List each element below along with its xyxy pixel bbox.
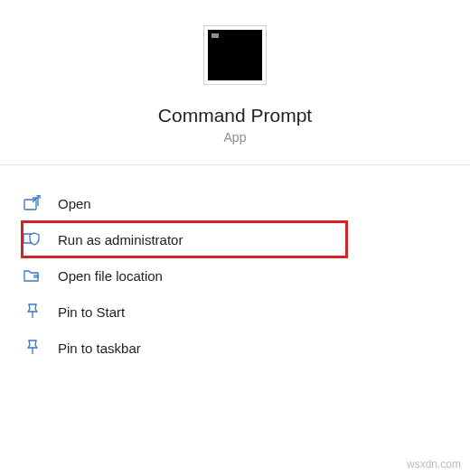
cmd-prompt-icon bbox=[203, 25, 267, 85]
pin-to-taskbar-label: Pin to taskbar bbox=[58, 341, 141, 356]
open-action[interactable]: Open bbox=[24, 185, 452, 221]
open-file-location-action[interactable]: Open file location bbox=[24, 257, 452, 294]
pin-to-start-action[interactable]: Pin to Start bbox=[24, 294, 452, 330]
actions-list: Open Run as administrator Open file loca… bbox=[0, 165, 470, 366]
open-label: Open bbox=[58, 196, 91, 211]
folder-icon bbox=[24, 267, 42, 284]
open-file-location-label: Open file location bbox=[58, 268, 163, 284]
open-icon bbox=[24, 195, 42, 211]
app-header: Command Prompt App bbox=[0, 0, 470, 164]
watermark: wsxdn.com bbox=[407, 458, 461, 471]
pin-to-start-label: Pin to Start bbox=[58, 304, 125, 320]
run-as-administrator-label: Run as administrator bbox=[58, 232, 183, 247]
pin-taskbar-icon bbox=[24, 340, 42, 356]
pin-to-taskbar-action[interactable]: Pin to taskbar bbox=[24, 330, 452, 366]
app-type-label: App bbox=[224, 130, 247, 145]
shield-icon bbox=[24, 231, 42, 247]
pin-start-icon bbox=[24, 303, 42, 320]
run-as-administrator-action[interactable]: Run as administrator bbox=[22, 221, 347, 257]
app-title: Command Prompt bbox=[158, 105, 312, 126]
